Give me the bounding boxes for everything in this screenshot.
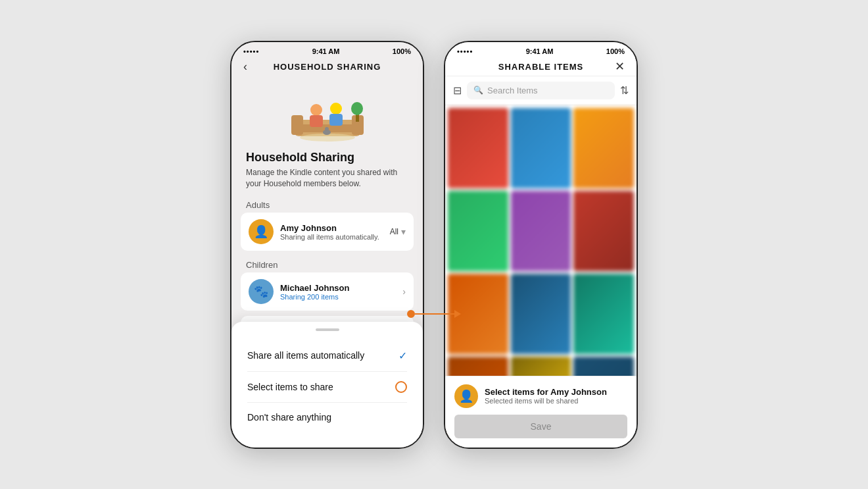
select-panel-avatar-icon: 👤 xyxy=(459,389,473,403)
book-thumb-9[interactable] xyxy=(573,274,634,354)
book-thumb-1[interactable] xyxy=(448,108,508,188)
amy-avatar-icon: 👤 xyxy=(254,224,268,239)
michael-chevron: › xyxy=(402,286,406,297)
arrow-head xyxy=(454,310,461,318)
right-battery-text: 100% xyxy=(606,47,625,55)
signal-dots: ••••• xyxy=(243,47,259,55)
michael-sub: Sharing 200 items xyxy=(280,293,396,301)
check-icon-share-all: ✓ xyxy=(398,349,407,362)
svg-point-10 xyxy=(351,102,363,115)
adults-label: Adults xyxy=(231,196,423,213)
option-share-all[interactable]: Share all items automatically ✓ xyxy=(231,340,423,371)
amy-avatar: 👤 xyxy=(249,219,274,244)
select-panel-sub: Selected items will be shared xyxy=(485,397,607,405)
left-status-bar: ••••• 9:41 AM 100% xyxy=(231,42,423,58)
michael-name: Michael Johnson xyxy=(280,283,396,293)
right-nav-bar: SHARABLE ITEMS ✕ xyxy=(445,58,637,76)
book-thumb-8[interactable] xyxy=(511,274,571,354)
svg-rect-8 xyxy=(329,114,343,126)
right-signal-dots: ••••• xyxy=(457,47,473,55)
amy-dropdown-icon[interactable]: ▾ xyxy=(401,226,406,237)
svg-point-5 xyxy=(310,104,322,116)
svg-rect-6 xyxy=(310,115,323,127)
amy-name: Amy Johnson xyxy=(280,223,383,233)
adult-amy-card[interactable]: 👤 Amy Johnson Sharing all items automati… xyxy=(241,213,414,251)
select-panel-title: Select items for Amy Johnson xyxy=(485,387,607,397)
bottom-sheet: Share all items automatically ✓ Select i… xyxy=(231,322,423,448)
michael-avatar-icon: 🐾 xyxy=(254,284,268,299)
right-phone: ••••• 9:41 AM 100% SHARABLE ITEMS ✕ ⊟ 🔍 … xyxy=(444,41,638,449)
sheet-handle xyxy=(316,328,339,331)
book-thumb-6[interactable] xyxy=(573,191,634,271)
inter-phone-arrow xyxy=(407,310,461,318)
close-button[interactable]: ✕ xyxy=(615,59,625,74)
book-thumb-4[interactable] xyxy=(448,191,508,271)
household-text-section: Household Sharing Manage the Kindle cont… xyxy=(231,148,423,197)
book-thumb-2[interactable] xyxy=(511,108,571,188)
right-status-bar: ••••• 9:41 AM 100% xyxy=(445,42,637,58)
battery-text: 100% xyxy=(393,47,411,55)
hs-title: Household Sharing xyxy=(246,151,408,165)
back-button[interactable]: ‹ xyxy=(243,60,247,74)
arrow-line xyxy=(415,313,454,315)
option-dont-share[interactable]: Don't share anything xyxy=(231,403,423,432)
search-input-wrap[interactable]: 🔍 Search Items xyxy=(467,82,615,99)
left-page-title: HOUSEHOLD SHARING xyxy=(274,62,381,72)
michael-avatar: 🐾 xyxy=(249,279,274,304)
michael-info: Michael Johnson Sharing 200 items xyxy=(280,283,396,301)
save-button[interactable]: Save xyxy=(454,415,627,438)
children-label: Children xyxy=(231,256,423,272)
option-dont-share-label: Don't share anything xyxy=(247,412,331,423)
amy-badge: All xyxy=(390,227,398,236)
option-select-items-label: Select items to share xyxy=(247,382,333,392)
option-select-items[interactable]: Select items to share xyxy=(231,372,423,402)
select-panel-top: 👤 Select items for Amy Johnson Selected … xyxy=(454,384,627,408)
svg-point-12 xyxy=(325,127,329,131)
search-placeholder: Search Items xyxy=(487,86,538,95)
household-illustration xyxy=(285,84,370,143)
select-panel-avatar: 👤 xyxy=(454,384,478,408)
time-left: 9:41 AM xyxy=(312,47,340,55)
left-phone: ••••• 9:41 AM 100% ‹ HOUSEHOLD SHARING xyxy=(230,41,424,449)
hs-description: Manage the Kindle content you shared wit… xyxy=(246,167,408,190)
child-michael-card[interactable]: 🐾 Michael Johnson Sharing 200 items › xyxy=(241,272,414,311)
left-nav-bar: ‹ HOUSEHOLD SHARING xyxy=(231,58,423,76)
book-thumb-5[interactable] xyxy=(511,191,571,271)
arrow-circle xyxy=(407,310,415,318)
sort-icon[interactable]: ⇅ xyxy=(620,84,629,97)
amy-sub: Sharing all items automatically. xyxy=(280,233,383,241)
search-bar-row: ⊟ 🔍 Search Items ⇅ xyxy=(445,76,637,105)
select-panel: 👤 Select items for Amy Johnson Selected … xyxy=(445,376,637,448)
book-thumb-3[interactable] xyxy=(573,108,634,188)
search-icon: 🔍 xyxy=(473,86,483,95)
hero-illustration-area xyxy=(231,76,423,148)
amy-right: All ▾ xyxy=(390,226,406,237)
right-page-title: SHARABLE ITEMS xyxy=(498,62,584,72)
amy-info: Amy Johnson Sharing all items automatica… xyxy=(280,223,383,241)
right-time: 9:41 AM xyxy=(526,47,554,55)
right-battery-area: 100% xyxy=(606,47,625,55)
svg-point-7 xyxy=(330,103,342,115)
battery-area: 100% xyxy=(393,47,411,55)
option-share-all-label: Share all items automatically xyxy=(247,350,364,361)
filter-icon[interactable]: ⊟ xyxy=(453,84,462,97)
select-panel-text: Select items for Amy Johnson Selected it… xyxy=(485,387,607,405)
radio-select-items xyxy=(395,381,407,393)
scene: ••••• 9:41 AM 100% ‹ HOUSEHOLD SHARING xyxy=(230,41,638,449)
